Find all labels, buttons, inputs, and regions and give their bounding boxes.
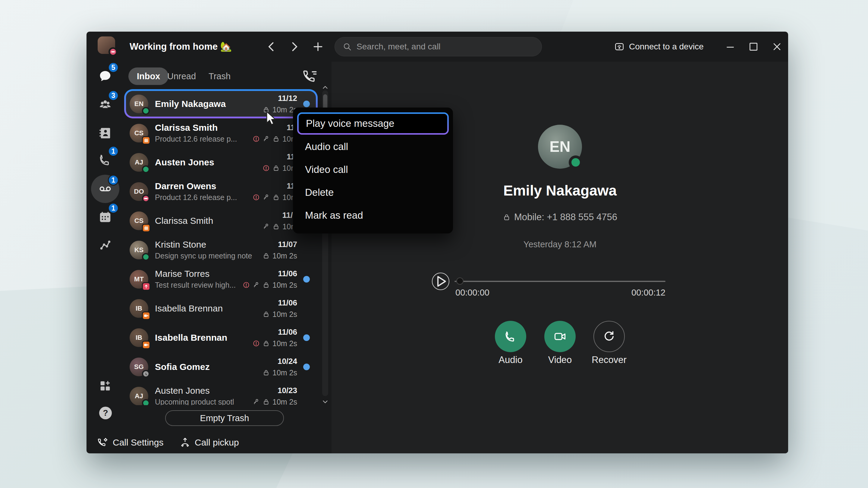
lock-icon	[262, 252, 270, 259]
call-voicemail-button[interactable]	[303, 69, 318, 84]
status-title: Working from home 🏡	[130, 32, 232, 62]
urgent-icon	[262, 164, 270, 172]
menu-item-play-voice-message[interactable]: Play voice message	[299, 114, 447, 133]
urgent-icon	[253, 135, 260, 142]
tab-unread[interactable]: Unread	[167, 67, 196, 85]
do-not-disturb-badge	[108, 47, 118, 56]
action-label: Audio	[487, 355, 535, 365]
call-settings-button[interactable]: Call Settings	[98, 435, 163, 450]
elapsed-time: 00:00:00	[456, 288, 490, 298]
avatar: EN	[130, 95, 148, 113]
connect-to-device-button[interactable]: Connect to a device	[614, 32, 704, 62]
avatar: IB	[130, 328, 148, 347]
avatar: CS	[130, 212, 148, 230]
voicemail-duration: 10m 2s	[273, 252, 297, 260]
voicemail-date: 11/12	[278, 94, 297, 103]
action-label: Video	[536, 355, 584, 365]
sidebar-item-messaging[interactable]: 5	[91, 62, 119, 90]
minimize-button[interactable]	[724, 41, 737, 53]
key-icon	[262, 135, 270, 142]
lock-icon	[262, 281, 270, 289]
voicemail-duration: 10m 2s	[273, 398, 297, 405]
camera-icon	[553, 330, 567, 343]
voicemail-row[interactable]: KSKristin StoneDesign sync up meeting no…	[124, 235, 318, 264]
caller-name: Clarissa Smith	[155, 123, 257, 133]
voicemail-duration: 10m 2s	[273, 339, 297, 348]
voicemail-date: 11/06	[278, 298, 297, 307]
urgent-icon	[253, 340, 260, 347]
recover-call-button[interactable]	[593, 321, 625, 352]
minimize-icon	[724, 41, 737, 53]
search-bar[interactable]	[335, 37, 542, 56]
voicemail-date: 11/06	[278, 327, 297, 337]
search-input[interactable]	[356, 42, 525, 52]
camera-status-badge	[142, 312, 150, 320]
presence-available-badge	[142, 107, 150, 115]
maximize-icon	[747, 41, 760, 53]
lock-icon	[262, 369, 270, 376]
unread-dot	[303, 364, 310, 370]
profile-avatar[interactable]	[98, 36, 115, 54]
voicemail-row[interactable]: IBIsabella Brennan11/0610m 2s	[124, 323, 318, 352]
voicemail-row[interactable]: AJAusten JonesUpcoming product spotl10/2…	[124, 381, 318, 405]
forward-button[interactable]	[287, 40, 301, 53]
device-wifi-icon	[614, 41, 625, 52]
close-button[interactable]	[770, 41, 784, 53]
phone-voicemail-icon	[303, 69, 318, 84]
menu-item-delete[interactable]: Delete	[293, 181, 453, 204]
play-button[interactable]	[432, 272, 450, 290]
avatar: KS	[130, 241, 148, 259]
audio-call-button[interactable]	[495, 321, 526, 352]
unread-count-badge: 5	[108, 62, 119, 73]
voicemail-row[interactable]: ENEmily Nakagawa11/1210m 2s	[124, 89, 318, 119]
empty-trash-button[interactable]: Empty Trash	[165, 410, 284, 426]
voicemail-row[interactable]: CSClarissa SmithProduct 12.6 release p..…	[124, 119, 318, 148]
scroll-down-button[interactable]	[321, 398, 329, 406]
voicemail-row[interactable]: IBIsabella Brennan11/0610m 2s	[124, 294, 318, 323]
menu-item-audio-call[interactable]: Audio call	[293, 135, 453, 158]
scroll-up-button[interactable]	[321, 84, 329, 91]
lock-icon	[503, 213, 510, 221]
caller-name: Clarissa Smith	[155, 216, 257, 226]
add-button[interactable]	[311, 40, 324, 53]
avatar: CS	[130, 124, 148, 142]
action-label: Recover	[585, 355, 633, 365]
tab-inbox[interactable]: Inbox	[128, 67, 168, 85]
tab-trash[interactable]: Trash	[209, 67, 230, 85]
voicemail-row[interactable]: SGSofia Gomez10/2410m 2s	[124, 352, 318, 381]
maximize-button[interactable]	[747, 41, 760, 53]
plus-icon	[311, 40, 324, 53]
menu-item-video-call[interactable]: Video call	[293, 158, 453, 181]
voicemail-duration: 10m 2s	[273, 310, 297, 319]
phone-gear-icon	[98, 437, 108, 448]
contact-name: Emily Nakagawa	[452, 182, 668, 199]
app-window: Working from home 🏡 Connect to a device	[87, 32, 788, 453]
urgent-icon	[253, 194, 260, 201]
camera-status-badge	[142, 341, 150, 349]
back-button[interactable]	[265, 40, 278, 53]
avatar: MT	[130, 270, 148, 289]
contact-phone-row: Mobile: +1 888 555 4756	[452, 212, 668, 223]
voicemail-row[interactable]: CSClarissa Smith11/010m	[124, 206, 318, 235]
chevron-left-icon	[265, 40, 278, 53]
call-pickup-button[interactable]: Call pickup	[180, 435, 239, 450]
voicemail-row[interactable]: AJAusten Jones11/10m	[124, 148, 318, 177]
voicemail-duration: 10m 2s	[273, 368, 297, 377]
help-button[interactable]: ?	[99, 407, 112, 419]
avatar: AJ	[130, 153, 148, 172]
menu-item-mark-as-read[interactable]: Mark as read	[293, 204, 453, 227]
caller-name: Isabella Brennan	[155, 332, 257, 343]
voicemail-row[interactable]: MTMarise TorresTest result review high..…	[124, 264, 318, 294]
presence-available-badge	[142, 253, 150, 261]
video-call-button[interactable]	[544, 321, 576, 352]
lock-icon	[273, 164, 280, 172]
playback-slider[interactable]	[455, 281, 665, 282]
call-settings-label: Call Settings	[113, 437, 163, 448]
presence-clock-badge	[142, 370, 150, 378]
voicemail-row[interactable]: DODarren OwensProduct 12.6 release p...1…	[124, 177, 318, 206]
caller-name: Marise Torres	[155, 269, 257, 279]
unread-dot	[303, 334, 310, 341]
play-icon	[433, 273, 449, 290]
context-menu: Play voice messageAudio callVideo callDe…	[293, 107, 453, 233]
playback-slider-thumb[interactable]	[456, 278, 464, 285]
